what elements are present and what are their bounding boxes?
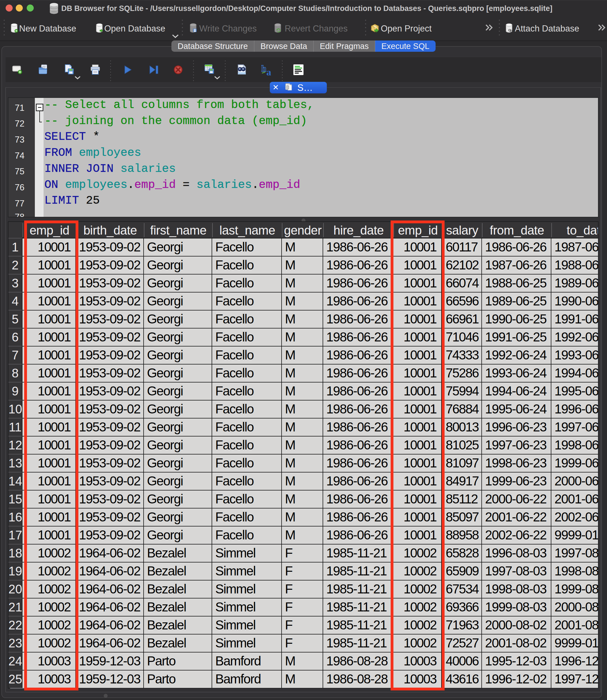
- svg-text:a: a: [266, 67, 271, 76]
- svg-text:h: h: [261, 64, 266, 74]
